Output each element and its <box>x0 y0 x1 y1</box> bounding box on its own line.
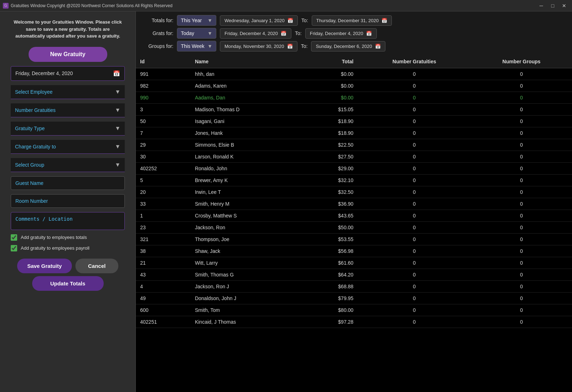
table-row[interactable]: 7 Jones, Hank $18.90 0 0 <box>136 127 572 139</box>
main-content: Welcome to your Gratuities Window. Pleas… <box>0 11 572 392</box>
gratuity-type-dropdown[interactable]: Gratuity Type ▼ <box>11 122 125 136</box>
cell-name: Madison, Thomas D <box>191 104 306 116</box>
to-label-0: To: <box>301 18 308 23</box>
cell-id: 50 <box>136 116 191 127</box>
table-container[interactable]: Id Name Total Number Gratuities Number G… <box>136 55 572 392</box>
cell-name: Simmons, Elsie B <box>191 139 306 151</box>
table-row[interactable]: 321 Thompson, Joe $53.55 0 0 <box>136 234 572 245</box>
cell-total: $80.00 <box>306 304 358 316</box>
table-row[interactable]: 50 Isagani, Gani $18.90 0 0 <box>136 116 572 127</box>
table-row[interactable]: 20 Irwin, Lee T $32.50 0 0 <box>136 186 572 198</box>
from-date-text-1: Friday, December 4, 2020 <box>225 31 278 36</box>
add-payroll-checkbox[interactable] <box>11 245 17 251</box>
cell-id: 23 <box>136 222 191 234</box>
number-gratuities-label: Number Gratuities <box>15 107 56 113</box>
table-row[interactable]: 4 Jackson, Ron J $68.88 0 0 <box>136 281 572 293</box>
table-row[interactable]: 991 hhh, dan $0.00 0 0 <box>136 68 572 80</box>
cell-name: Jackson, Ron J <box>191 281 306 293</box>
cell-id: 3 <box>136 104 191 116</box>
select-employee-dropdown[interactable]: Select Employee ▼ <box>11 85 125 99</box>
to-cal-icon-1: 📅 <box>366 31 372 36</box>
cell-num-groups: 0 <box>471 151 572 163</box>
charge-gratuity-label: Charge Gratuity to <box>15 144 56 150</box>
col-total: Total <box>306 55 358 68</box>
table-row[interactable]: 600 Smith, Tom $80.00 0 0 <box>136 304 572 316</box>
cell-num-groups: 0 <box>471 175 572 186</box>
table-row[interactable]: 30 Larson, Ronald K $27.50 0 0 <box>136 151 572 163</box>
guest-name-input[interactable] <box>11 176 125 190</box>
gratuities-table: Id Name Total Number Gratuities Number G… <box>136 55 572 328</box>
room-number-input[interactable] <box>11 194 125 208</box>
cell-num-groups: 0 <box>471 80 572 92</box>
table-body: 991 hhh, dan $0.00 0 0 982 Adams, Karen … <box>136 68 572 328</box>
add-payroll-label: Add gratuity to employees payroll <box>21 245 89 251</box>
maximize-button[interactable]: □ <box>548 2 558 10</box>
table-row[interactable]: 49 Donaldson, John J $79.95 0 0 <box>136 293 572 304</box>
gratuity-type-label: Gratuity Type <box>15 126 45 131</box>
control-label-1: Grats for: <box>143 30 173 36</box>
table-row[interactable]: 23 Jackson, Ron $50.00 0 0 <box>136 222 572 234</box>
cell-num-grat: 0 <box>358 80 471 92</box>
cell-total: $50.00 <box>306 222 358 234</box>
from-date-2: Monday, November 30, 2020 📅 <box>220 41 297 52</box>
cell-id: 600 <box>136 304 191 316</box>
col-num-groups: Number Groups <box>471 55 572 68</box>
period-arrow-2: ▼ <box>207 43 212 49</box>
table-row[interactable]: 402251 Kincaid, J Thomas $97.28 0 0 <box>136 316 572 328</box>
new-gratuity-button[interactable]: New Gratuity <box>29 47 107 62</box>
table-row[interactable]: 29 Simmons, Elsie B $22.50 0 0 <box>136 139 572 151</box>
minimize-button[interactable]: ─ <box>536 2 546 10</box>
period-dropdown-1[interactable]: Today ▼ <box>177 28 216 39</box>
cell-id: 43 <box>136 269 191 281</box>
cell-num-grat: 0 <box>358 304 471 316</box>
cell-name: Isagani, Gani <box>191 116 306 127</box>
cell-num-grat: 0 <box>358 127 471 139</box>
control-row-1: Grats for: Today ▼ Friday, December 4, 2… <box>143 28 565 39</box>
number-gratuities-dropdown[interactable]: Number Gratuities ▼ <box>11 103 125 117</box>
welcome-text: Welcome to your Gratuities Window. Pleas… <box>11 19 125 40</box>
from-cal-icon-2: 📅 <box>287 44 293 49</box>
table-row[interactable]: 1 Crosby, Matthew S $43.65 0 0 <box>136 210 572 222</box>
table-row[interactable]: 990 Aadams, Dan $0.00 0 0 <box>136 92 572 104</box>
cell-id: 33 <box>136 198 191 210</box>
cell-name: Witt, Larry <box>191 257 306 269</box>
comments-input[interactable] <box>11 212 125 230</box>
table-row[interactable]: 38 Shaw, Jack $56.98 0 0 <box>136 245 572 257</box>
cell-name: Smith, Thomas G <box>191 269 306 281</box>
to-date-text-0: Thursday, December 31, 2020 <box>316 18 379 23</box>
close-button[interactable]: ✕ <box>559 2 569 10</box>
cell-total: $43.65 <box>306 210 358 222</box>
control-row-2: Groups for: This Week ▼ Monday, November… <box>143 41 565 52</box>
select-group-dropdown[interactable]: Select Group ▼ <box>11 158 125 172</box>
table-row[interactable]: 21 Witt, Larry $61.60 0 0 <box>136 257 572 269</box>
control-label-2: Groups for: <box>143 43 173 49</box>
cell-total: $29.00 <box>306 163 358 175</box>
cell-id: 402252 <box>136 163 191 175</box>
cell-num-groups: 0 <box>471 104 572 116</box>
table-row[interactable]: 43 Smith, Thomas G $64.20 0 0 <box>136 269 572 281</box>
cell-num-groups: 0 <box>471 210 572 222</box>
cell-total: $18.90 <box>306 116 358 127</box>
save-cancel-row: Save Gratuity Cancel <box>11 259 125 273</box>
cell-num-groups: 0 <box>471 304 572 316</box>
cell-name: Crosby, Matthew S <box>191 210 306 222</box>
table-row[interactable]: 402252 Ronaldo, John $29.00 0 0 <box>136 163 572 175</box>
table-row[interactable]: 3 Madison, Thomas D $15.05 0 0 <box>136 104 572 116</box>
cell-total: $0.00 <box>306 68 358 80</box>
table-row[interactable]: 5 Brewer, Amy K $32.10 0 0 <box>136 175 572 186</box>
cell-num-groups: 0 <box>471 281 572 293</box>
period-dropdown-2[interactable]: This Week ▼ <box>177 41 216 52</box>
update-totals-button[interactable]: Update Totals <box>32 276 104 291</box>
calendar-icon: 📅 <box>113 70 120 77</box>
cell-id: 30 <box>136 151 191 163</box>
save-gratuity-button[interactable]: Save Gratuity <box>17 259 72 273</box>
date-picker[interactable]: Friday, December 4, 2020 📅 <box>11 66 125 81</box>
from-cal-icon-1: 📅 <box>281 31 286 36</box>
table-row[interactable]: 982 Adams, Karen $0.00 0 0 <box>136 80 572 92</box>
period-dropdown-0[interactable]: This Year ▼ <box>177 15 216 26</box>
left-panel: Welcome to your Gratuities Window. Pleas… <box>0 11 136 392</box>
add-totals-checkbox[interactable] <box>11 234 17 241</box>
cancel-button[interactable]: Cancel <box>75 259 118 273</box>
charge-gratuity-dropdown[interactable]: Charge Gratuity to ▼ <box>11 140 125 154</box>
table-row[interactable]: 33 Smith, Henry M $36.90 0 0 <box>136 198 572 210</box>
